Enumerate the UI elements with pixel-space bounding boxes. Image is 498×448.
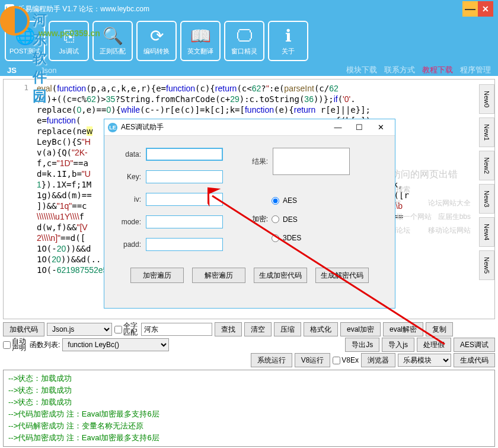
label-key: Key: — [114, 173, 141, 181]
side-tab-1[interactable]: New1 — [479, 117, 494, 147]
window-title: 乐易编程助手 V1.7 论坛：www.leybc.com — [18, 4, 149, 14]
tool-5[interactable]: 🖵窗口精灵 — [224, 21, 264, 61]
line-gutter: 1 — [4, 80, 34, 319]
label-data: data: — [114, 150, 141, 158]
chk-auto-declare[interactable]: 自动声明 — [3, 338, 27, 351]
link-tutorial[interactable]: 教程下载 — [422, 65, 453, 75]
dialog-close[interactable]: ✕ — [370, 120, 391, 135]
side-tab-5[interactable]: New5 — [479, 250, 494, 280]
console-output[interactable]: -->状态：加载成功-->状态：加载成功-->状态：加载成功-->代码加密成功 … — [3, 370, 495, 447]
btn-gen-encrypt[interactable]: 生成加密代码 — [254, 268, 307, 283]
btn-find[interactable]: 查找 — [215, 322, 242, 336]
dialog-minimize[interactable]: — — [327, 120, 349, 135]
btn-sys-run[interactable]: 系统运行 — [251, 353, 292, 367]
tool-0[interactable]: 🌐POST测试 — [5, 21, 45, 61]
select-module[interactable]: 乐易模块 — [398, 354, 451, 367]
input-iv[interactable] — [146, 193, 223, 206]
aes-dialog: LE AES调试助手 — ☐ ✕ data: Key: iv: mode: pa… — [104, 119, 395, 309]
side-tab-0[interactable]: New0 — [479, 84, 494, 114]
tab-bar: JS Json 模块下载 联系方式 教程下载 程序管理 — [0, 64, 498, 76]
select-file[interactable]: Json.js — [47, 323, 112, 336]
link-module-dl[interactable]: 模块下载 — [346, 65, 377, 75]
tab-js[interactable]: JS — [7, 66, 17, 75]
app-icon: LE — [5, 4, 14, 14]
result-box — [273, 148, 350, 175]
dialog-maximize[interactable]: ☐ — [349, 120, 370, 135]
link-contact[interactable]: 联系方式 — [384, 65, 415, 75]
main-toolbar: 🌐POST测试⎘Js调试🔍正则匹配⟳编码转换📖英文翻译🖵窗口精灵ℹ关于 — [0, 18, 498, 64]
input-padd[interactable] — [146, 238, 223, 251]
btn-decrypt-traverse[interactable]: 解密遍历 — [192, 268, 245, 283]
btn-import-js[interactable]: 导入js — [382, 338, 414, 352]
btn-aes-debug[interactable]: AES调试 — [454, 338, 495, 352]
btn-browser[interactable]: 浏览器 — [361, 353, 395, 367]
btn-handle-fake[interactable]: 处理假 — [417, 338, 451, 352]
radio-aes[interactable] — [272, 197, 279, 205]
btn-gen-code[interactable]: 生成代码 — [454, 353, 495, 367]
input-data[interactable] — [146, 148, 223, 161]
tab-json[interactable]: Json — [40, 66, 56, 75]
label-result: 结果: — [241, 157, 268, 167]
minimize-button[interactable]: — — [462, 1, 478, 17]
label-mode: mode: — [114, 218, 141, 226]
side-tab-3[interactable]: New3 — [479, 184, 494, 214]
radio-des[interactable] — [272, 215, 279, 223]
close-button[interactable]: ✕ — [478, 1, 493, 17]
chk-whole-word[interactable]: 全字匹配 — [114, 323, 139, 336]
input-key[interactable] — [146, 170, 223, 183]
btn-v8-run[interactable]: V8运行 — [295, 353, 331, 367]
tool-4[interactable]: 📖英文翻译 — [180, 21, 221, 61]
label-func-list: 函数列表: — [30, 340, 60, 350]
dialog-icon: LE — [108, 123, 117, 132]
btn-gen-decrypt[interactable]: 生成解密代码 — [315, 268, 369, 283]
titlebar: LE 乐易编程助手 V1.7 论坛：www.leybc.com — ✕ — [0, 0, 498, 18]
label-padd: padd: — [114, 240, 141, 249]
tool-2[interactable]: 🔍正则匹配 — [92, 21, 133, 61]
btn-format[interactable]: 格式化 — [304, 322, 338, 336]
chk-v8ex[interactable]: V8Ex — [333, 356, 359, 364]
btn-eval-encrypt[interactable]: eval加密 — [340, 322, 381, 336]
tool-6[interactable]: ℹ关于 — [268, 21, 308, 61]
btn-copy[interactable]: 复制 — [426, 322, 453, 336]
btn-load-code[interactable]: 加载代码 — [3, 322, 44, 336]
input-mode[interactable] — [146, 215, 223, 228]
dialog-title: AES调试助手 — [121, 122, 164, 132]
side-tab-4[interactable]: New4 — [479, 217, 494, 247]
tool-3[interactable]: ⟳编码转换 — [136, 21, 177, 61]
label-iv: iv: — [114, 195, 141, 204]
btn-compress[interactable]: 压缩 — [274, 322, 301, 336]
btn-export-js[interactable]: 导出Js — [345, 338, 379, 352]
btn-eval-decrypt[interactable]: eval解密 — [383, 322, 423, 336]
radio-3des[interactable] — [272, 234, 279, 242]
btn-encrypt-traverse[interactable]: 加密遍历 — [130, 268, 184, 283]
select-function[interactable]: function LeyBc() — [62, 338, 169, 351]
btn-clear[interactable]: 清空 — [244, 322, 272, 336]
tool-1[interactable]: ⎘Js调试 — [49, 21, 89, 61]
input-search[interactable] — [141, 323, 212, 336]
link-program-mgmt[interactable]: 程序管理 — [460, 65, 491, 75]
side-tab-2[interactable]: New2 — [479, 151, 494, 180]
